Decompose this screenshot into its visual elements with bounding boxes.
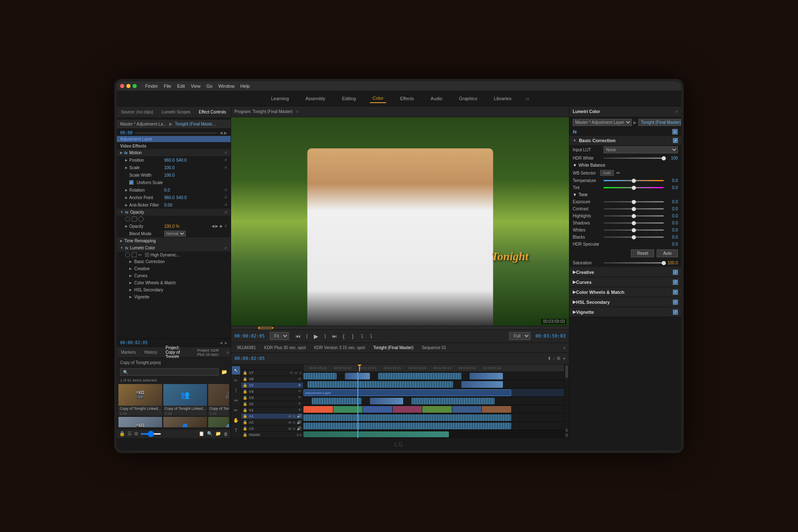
go-to-out-button[interactable]: ⏭ xyxy=(330,332,339,340)
v3-lock-icon[interactable]: 🔒 xyxy=(243,396,247,400)
project-icon-list[interactable]: ☰ xyxy=(128,431,132,436)
menu-file[interactable]: File xyxy=(164,84,171,89)
tone-header[interactable]: ▼ Tone xyxy=(569,191,681,198)
nav-learning[interactable]: Learning xyxy=(268,94,291,103)
tl-tab-tonight[interactable]: Tonight (Final Master) xyxy=(371,345,416,351)
track-v4-row[interactable] xyxy=(303,397,564,405)
tl-tab-seq01[interactable]: Sequence 01 xyxy=(419,345,449,351)
a3-m-icon[interactable]: M xyxy=(288,427,291,431)
color-wheels-checkbox[interactable]: ✓ xyxy=(673,290,678,295)
v1-eye-icon[interactable]: 👁 xyxy=(298,408,301,412)
tl-panel-menu[interactable]: ≡ xyxy=(563,345,566,350)
menu-finder[interactable]: Finder xyxy=(145,84,158,89)
opacity-reset[interactable]: ↺ xyxy=(224,210,227,214)
track-v5-row[interactable]: Adjustment Layer xyxy=(303,389,564,397)
track-v3-row[interactable] xyxy=(303,405,564,414)
wb-eyedropper-icon[interactable]: ✏ xyxy=(616,170,620,176)
lumetri-pen-icon[interactable]: ✏ xyxy=(138,253,142,257)
clip-v7-1[interactable] xyxy=(303,373,337,379)
ec-clip-label[interactable]: Tonight (Final Maste... xyxy=(175,122,216,126)
track-a1-row[interactable] xyxy=(303,430,564,438)
v5-lock-icon[interactable]: 🔒 xyxy=(243,383,247,387)
minimize-button[interactable] xyxy=(126,84,131,88)
ec-vignette[interactable]: ▶ Vignette xyxy=(117,293,231,300)
v2-eye-icon[interactable]: 👁 xyxy=(298,402,301,406)
curves-header[interactable]: ▶ Curves ✓ xyxy=(569,277,681,287)
monitor-header-menu[interactable]: ≡ xyxy=(296,109,298,114)
project-icon-search2[interactable]: 🔍 xyxy=(207,431,213,436)
antiflicker-value[interactable]: 0.00 xyxy=(164,203,172,207)
a1-m-icon[interactable]: M xyxy=(288,414,291,418)
project-zoom-slider[interactable] xyxy=(140,433,161,435)
clip-v7-3[interactable] xyxy=(378,373,461,379)
ec-hsl-secondary[interactable]: ▶ HSL Secondary xyxy=(117,286,231,293)
clip-a1-1[interactable] xyxy=(303,431,449,437)
nav-libraries[interactable]: Libraries xyxy=(491,94,514,103)
menu-window[interactable]: Window xyxy=(218,84,234,89)
position-reset[interactable]: ↺ xyxy=(224,158,227,162)
a3-lock-icon[interactable]: 🔒 xyxy=(243,426,247,431)
anchor-y[interactable]: 540.0 xyxy=(176,195,187,200)
tool-razor[interactable]: ⟨ xyxy=(232,386,240,394)
v6-eye-icon[interactable]: 👁 xyxy=(298,377,301,381)
track-v7-row[interactable] xyxy=(303,372,564,380)
clip-v6-1[interactable] xyxy=(308,381,453,388)
rp-master-select[interactable]: Master * Adjustment Layer xyxy=(573,119,632,126)
clip-v4-1[interactable] xyxy=(312,398,362,404)
list-item[interactable]: 🎬 Copy of Tonight Linked... 1:10 xyxy=(118,417,162,427)
step-forward-button[interactable]: ⟩ xyxy=(321,332,330,340)
timeline-btn-settings[interactable]: ⚙ xyxy=(557,355,561,362)
clip-v7-2[interactable] xyxy=(345,373,370,379)
blend-mode-select[interactable]: Normal xyxy=(164,231,186,236)
insert-button[interactable]: ⤵ xyxy=(358,332,366,340)
high-dynamic-label[interactable]: High Dynamic... xyxy=(145,253,180,257)
auto-button[interactable]: Auto xyxy=(657,249,678,257)
temperature-value[interactable]: 0.0 xyxy=(665,178,678,183)
v5-eye-icon[interactable]: 👁 xyxy=(298,384,301,387)
whites-slider[interactable] xyxy=(603,229,664,231)
mark-out-button[interactable]: } xyxy=(349,332,357,340)
master-lock-icon[interactable]: 🔒 xyxy=(243,433,247,437)
a2-s-icon[interactable]: S xyxy=(293,421,295,424)
ec-curves[interactable]: ▶ Curves xyxy=(117,272,231,279)
timeline-btn-extract[interactable]: ↑ xyxy=(553,355,555,362)
temperature-slider[interactable] xyxy=(603,180,664,181)
wb-auto-button[interactable]: Auto xyxy=(600,170,614,176)
tl-tab-kdr30[interactable]: KDR Plus 30 sec. spot xyxy=(262,345,308,351)
rotation-value[interactable]: 0.0 xyxy=(164,188,170,192)
reset-button[interactable]: Reset xyxy=(631,249,654,257)
maximize-button[interactable] xyxy=(133,84,137,88)
motion-reset[interactable]: ↺ xyxy=(224,151,227,155)
monitor-scrubber[interactable] xyxy=(231,326,569,329)
menu-view[interactable]: View xyxy=(191,84,201,89)
scale-value[interactable]: 100.0 xyxy=(164,165,175,170)
step-back-button[interactable]: ⟨ xyxy=(303,332,311,340)
project-icon-folder2[interactable]: 📁 xyxy=(215,431,221,436)
clip-v4-2[interactable] xyxy=(370,398,403,404)
v7-m-icon[interactable]: M xyxy=(295,371,298,375)
vignette-checkbox[interactable]: ✓ xyxy=(673,310,678,315)
whites-value[interactable]: 0.0 xyxy=(665,228,678,232)
project-search-input[interactable] xyxy=(120,368,219,376)
a2-vol-icon[interactable]: 🔊 xyxy=(297,420,301,424)
tab-kdr[interactable]: Project: KDR Plus 15 secc xyxy=(193,347,225,358)
v4-eye-icon[interactable]: 👁 xyxy=(298,389,301,393)
saturation-value[interactable]: 100.0 xyxy=(665,261,678,265)
contrast-slider[interactable] xyxy=(603,208,664,209)
a1-vol-icon[interactable]: 🔊 xyxy=(297,414,301,418)
uniform-scale-checkbox[interactable]: ✓ xyxy=(129,180,133,185)
ec-basic-correction[interactable]: ▶ Basic Correction xyxy=(117,258,231,265)
tab-lumetri-scopes[interactable]: Lumetri Scopes xyxy=(158,108,195,116)
shadows-slider[interactable] xyxy=(603,222,664,224)
scale-reset[interactable]: ↺ xyxy=(224,165,227,170)
v2-lock-icon[interactable]: 🔒 xyxy=(243,402,247,406)
timeline-btn-add[interactable]: + xyxy=(562,355,566,362)
tab-markers[interactable]: Markers xyxy=(117,349,140,356)
v4-lock-icon[interactable]: 🔒 xyxy=(243,389,247,394)
left-panel-nav[interactable]: ◀ ▶ xyxy=(220,340,227,345)
project-icon-new[interactable]: 📋 xyxy=(199,431,204,436)
tool-hand[interactable]: ✋ xyxy=(232,416,240,424)
a2-m-icon[interactable]: M xyxy=(288,421,291,424)
saturation-slider[interactable] xyxy=(603,262,664,264)
tl-s-icon[interactable]: S xyxy=(565,428,568,432)
